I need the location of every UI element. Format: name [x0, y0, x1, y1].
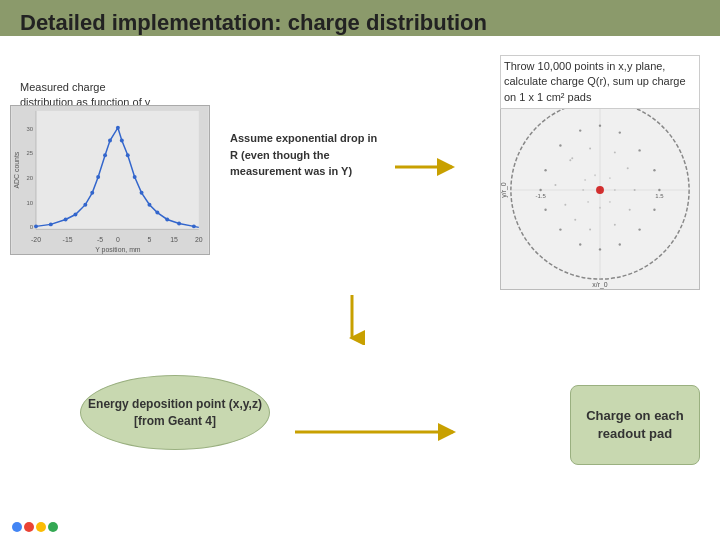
logo-dot-yellow [36, 522, 46, 532]
logo-dot-green [48, 522, 58, 532]
svg-point-69 [584, 179, 586, 181]
svg-point-47 [653, 169, 655, 171]
svg-point-74 [599, 207, 601, 209]
svg-text:20: 20 [195, 236, 203, 243]
svg-point-43 [579, 129, 581, 131]
svg-text:15: 15 [170, 236, 178, 243]
svg-point-72 [614, 189, 616, 191]
svg-point-75 [587, 201, 589, 203]
svg-point-71 [609, 177, 611, 179]
svg-text:5: 5 [148, 236, 152, 243]
charge-box: Charge on each readout pad [570, 385, 700, 465]
svg-text:1.5: 1.5 [655, 193, 664, 199]
svg-point-27 [116, 126, 120, 130]
page-title: Detailed implementation: charge distribu… [20, 10, 487, 36]
svg-point-59 [564, 204, 566, 206]
svg-point-63 [629, 209, 631, 211]
svg-point-22 [83, 203, 87, 207]
svg-point-26 [108, 139, 112, 143]
assume-exponential-text: Assume exponential drop in R (even thoug… [230, 130, 380, 180]
svg-text:-5: -5 [97, 236, 103, 243]
svg-point-67 [589, 147, 591, 149]
svg-point-58 [554, 184, 556, 186]
svg-point-54 [559, 228, 561, 230]
scatter-plot: x/r_0 y/r_0 -1.5 1.5 [500, 90, 700, 290]
svg-point-76 [582, 189, 584, 191]
svg-text:0: 0 [116, 236, 120, 243]
svg-point-55 [544, 209, 546, 211]
svg-text:30: 30 [26, 126, 33, 132]
svg-point-44 [599, 124, 601, 126]
arrow-right-bottom [290, 420, 460, 445]
svg-text:ADC counts: ADC counts [13, 151, 20, 188]
svg-point-19 [49, 222, 53, 226]
svg-point-68 [571, 157, 573, 159]
svg-text:10: 10 [26, 200, 33, 206]
throw-text: Throw 10,000 points in x,y plane, calcul… [500, 55, 700, 109]
svg-text:-15: -15 [63, 236, 73, 243]
logo-dot-red [24, 522, 34, 532]
svg-text:Y position, mm: Y position, mm [95, 246, 141, 254]
svg-point-64 [634, 189, 636, 191]
svg-point-70 [594, 174, 596, 176]
svg-point-52 [599, 248, 601, 250]
svg-point-29 [126, 153, 130, 157]
svg-point-41 [544, 169, 546, 171]
svg-point-30 [133, 175, 137, 179]
logo-dot-blue [12, 522, 22, 532]
svg-point-36 [192, 224, 196, 228]
svg-point-61 [589, 229, 591, 231]
svg-point-62 [614, 224, 616, 226]
svg-point-34 [165, 217, 169, 221]
arrow-right-middle [390, 155, 460, 180]
svg-point-48 [658, 189, 660, 191]
svg-point-28 [120, 139, 124, 143]
svg-point-57 [569, 159, 571, 161]
svg-point-45 [619, 131, 621, 133]
svg-point-32 [147, 203, 151, 207]
arrow-down [340, 290, 365, 345]
svg-point-33 [155, 211, 159, 215]
svg-point-23 [90, 191, 94, 195]
svg-text:y/r_0: y/r_0 [501, 182, 508, 198]
svg-point-35 [177, 221, 181, 225]
svg-point-51 [619, 243, 621, 245]
svg-point-50 [638, 228, 640, 230]
svg-text:20: 20 [26, 175, 33, 181]
svg-point-24 [96, 175, 100, 179]
svg-point-42 [559, 144, 561, 146]
svg-text:-1.5: -1.5 [535, 193, 546, 199]
svg-text:25: 25 [26, 150, 33, 156]
svg-point-77 [596, 186, 604, 194]
svg-point-49 [653, 209, 655, 211]
svg-point-21 [73, 213, 77, 217]
chart-area: -20 -15 -5 0 5 15 20 0 10 20 25 30 Y pos… [10, 105, 210, 255]
svg-point-65 [627, 167, 629, 169]
svg-point-73 [609, 201, 611, 203]
bottom-logo [12, 522, 58, 532]
svg-point-53 [579, 243, 581, 245]
svg-point-60 [574, 219, 576, 221]
svg-text:-20: -20 [31, 236, 41, 243]
svg-point-20 [64, 217, 68, 221]
svg-point-31 [140, 191, 144, 195]
svg-point-18 [34, 224, 38, 228]
energy-ellipse: Energy deposition point (x,y,z) [from Ge… [80, 375, 270, 450]
svg-point-25 [103, 153, 107, 157]
svg-point-46 [638, 149, 640, 151]
svg-text:x/r_0: x/r_0 [592, 281, 608, 289]
svg-point-66 [614, 151, 616, 153]
svg-point-56 [539, 189, 541, 191]
